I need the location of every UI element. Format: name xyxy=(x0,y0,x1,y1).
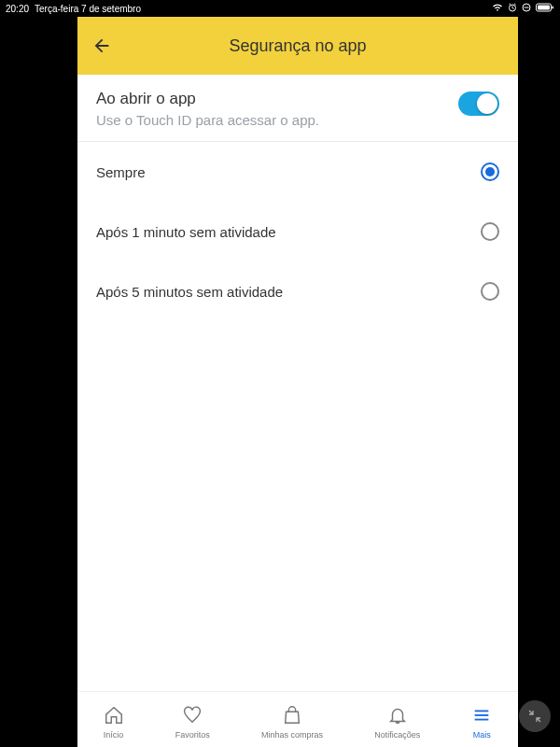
heart-icon xyxy=(182,705,203,727)
tab-mais[interactable]: Mais xyxy=(471,705,492,740)
wifi-icon xyxy=(492,3,503,14)
option-label: Após 1 minuto sem atividade xyxy=(96,224,276,240)
tab-inicio[interactable]: Início xyxy=(104,705,124,740)
touchid-toggle[interactable] xyxy=(458,92,499,116)
section-toggle-row: Ao abrir o app Use o Touch ID para acess… xyxy=(77,75,518,142)
radio-icon xyxy=(481,162,499,181)
tab-notificacoes[interactable]: Notificações xyxy=(374,705,420,740)
status-time: 20:20 xyxy=(6,4,29,14)
tab-label: Notificações xyxy=(374,730,420,740)
option-sempre[interactable]: Sempre xyxy=(77,142,518,202)
collapse-icon xyxy=(528,710,541,723)
bell-icon xyxy=(387,705,408,727)
dnd-icon xyxy=(522,3,531,14)
radio-icon xyxy=(481,222,499,241)
tab-label: Início xyxy=(104,730,124,740)
page-title: Segurança no app xyxy=(77,36,518,56)
tab-label: Mais xyxy=(473,730,491,740)
tab-bar: Início Favoritos Minhas compras Notifica… xyxy=(77,691,518,747)
menu-icon xyxy=(471,705,492,727)
app-screen: Segurança no app Ao abrir o app Use o To… xyxy=(77,17,518,747)
section-title: Ao abrir o app xyxy=(96,90,319,108)
option-label: Sempre xyxy=(96,164,146,180)
svg-rect-5 xyxy=(553,7,554,9)
section-subtitle: Use o Touch ID para acessar o app. xyxy=(96,112,319,128)
bag-icon xyxy=(282,705,302,727)
svg-rect-4 xyxy=(538,6,550,10)
toggle-knob xyxy=(477,93,497,114)
collapse-button[interactable] xyxy=(519,700,551,732)
options-list: Sempre Após 1 minuto sem atividade Após … xyxy=(77,142,518,691)
alarm-icon xyxy=(508,3,517,14)
tab-label: Minhas compras xyxy=(261,730,323,740)
radio-icon xyxy=(481,282,499,301)
option-5min[interactable]: Após 5 minutos sem atividade xyxy=(77,261,518,321)
nav-bar: Segurança no app xyxy=(77,17,518,75)
back-button[interactable] xyxy=(91,35,113,57)
home-icon xyxy=(104,705,124,727)
tab-compras[interactable]: Minhas compras xyxy=(261,705,323,740)
tab-label: Favoritos xyxy=(175,730,210,740)
status-date: Terça-feira 7 de setembro xyxy=(35,4,141,14)
battery-icon xyxy=(536,3,554,14)
tab-favoritos[interactable]: Favoritos xyxy=(175,705,210,740)
option-label: Após 5 minutos sem atividade xyxy=(96,284,283,300)
status-bar: 20:20 Terça-feira 7 de setembro xyxy=(0,0,560,17)
option-1min[interactable]: Após 1 minuto sem atividade xyxy=(77,202,518,261)
